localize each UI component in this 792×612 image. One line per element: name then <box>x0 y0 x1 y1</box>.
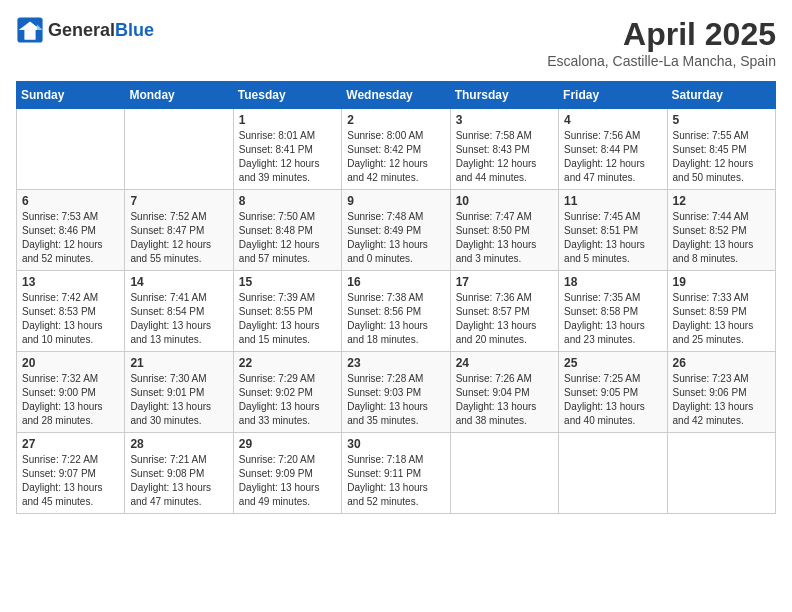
calendar-cell: 12Sunrise: 7:44 AM Sunset: 8:52 PM Dayli… <box>667 190 775 271</box>
calendar-cell: 20Sunrise: 7:32 AM Sunset: 9:00 PM Dayli… <box>17 352 125 433</box>
day-info: Sunrise: 7:18 AM Sunset: 9:11 PM Dayligh… <box>347 453 444 509</box>
calendar-table: SundayMondayTuesdayWednesdayThursdayFrid… <box>16 81 776 514</box>
calendar-week-row: 13Sunrise: 7:42 AM Sunset: 8:53 PM Dayli… <box>17 271 776 352</box>
calendar-cell <box>17 109 125 190</box>
day-number: 20 <box>22 356 119 370</box>
day-info: Sunrise: 7:44 AM Sunset: 8:52 PM Dayligh… <box>673 210 770 266</box>
calendar-cell: 7Sunrise: 7:52 AM Sunset: 8:47 PM Daylig… <box>125 190 233 271</box>
day-info: Sunrise: 7:22 AM Sunset: 9:07 PM Dayligh… <box>22 453 119 509</box>
calendar-week-row: 27Sunrise: 7:22 AM Sunset: 9:07 PM Dayli… <box>17 433 776 514</box>
location-title: Escalona, Castille-La Mancha, Spain <box>547 53 776 69</box>
day-info: Sunrise: 7:21 AM Sunset: 9:08 PM Dayligh… <box>130 453 227 509</box>
weekday-header: Friday <box>559 82 667 109</box>
day-number: 3 <box>456 113 553 127</box>
calendar-week-row: 20Sunrise: 7:32 AM Sunset: 9:00 PM Dayli… <box>17 352 776 433</box>
day-info: Sunrise: 7:35 AM Sunset: 8:58 PM Dayligh… <box>564 291 661 347</box>
calendar-cell: 29Sunrise: 7:20 AM Sunset: 9:09 PM Dayli… <box>233 433 341 514</box>
calendar-cell: 4Sunrise: 7:56 AM Sunset: 8:44 PM Daylig… <box>559 109 667 190</box>
day-number: 4 <box>564 113 661 127</box>
day-number: 19 <box>673 275 770 289</box>
day-number: 27 <box>22 437 119 451</box>
day-number: 11 <box>564 194 661 208</box>
calendar-cell: 11Sunrise: 7:45 AM Sunset: 8:51 PM Dayli… <box>559 190 667 271</box>
weekday-header-row: SundayMondayTuesdayWednesdayThursdayFrid… <box>17 82 776 109</box>
day-info: Sunrise: 7:39 AM Sunset: 8:55 PM Dayligh… <box>239 291 336 347</box>
calendar-cell <box>450 433 558 514</box>
logo-icon <box>16 16 44 44</box>
day-number: 23 <box>347 356 444 370</box>
day-number: 10 <box>456 194 553 208</box>
calendar-cell: 1Sunrise: 8:01 AM Sunset: 8:41 PM Daylig… <box>233 109 341 190</box>
calendar-cell: 24Sunrise: 7:26 AM Sunset: 9:04 PM Dayli… <box>450 352 558 433</box>
day-info: Sunrise: 7:25 AM Sunset: 9:05 PM Dayligh… <box>564 372 661 428</box>
weekday-header: Saturday <box>667 82 775 109</box>
day-info: Sunrise: 7:56 AM Sunset: 8:44 PM Dayligh… <box>564 129 661 185</box>
calendar-cell: 26Sunrise: 7:23 AM Sunset: 9:06 PM Dayli… <box>667 352 775 433</box>
day-info: Sunrise: 7:33 AM Sunset: 8:59 PM Dayligh… <box>673 291 770 347</box>
day-info: Sunrise: 7:20 AM Sunset: 9:09 PM Dayligh… <box>239 453 336 509</box>
calendar-cell: 9Sunrise: 7:48 AM Sunset: 8:49 PM Daylig… <box>342 190 450 271</box>
day-info: Sunrise: 8:00 AM Sunset: 8:42 PM Dayligh… <box>347 129 444 185</box>
day-number: 2 <box>347 113 444 127</box>
day-info: Sunrise: 7:36 AM Sunset: 8:57 PM Dayligh… <box>456 291 553 347</box>
weekday-header: Tuesday <box>233 82 341 109</box>
day-info: Sunrise: 7:41 AM Sunset: 8:54 PM Dayligh… <box>130 291 227 347</box>
day-info: Sunrise: 7:42 AM Sunset: 8:53 PM Dayligh… <box>22 291 119 347</box>
day-number: 21 <box>130 356 227 370</box>
day-number: 8 <box>239 194 336 208</box>
day-info: Sunrise: 7:32 AM Sunset: 9:00 PM Dayligh… <box>22 372 119 428</box>
day-info: Sunrise: 7:23 AM Sunset: 9:06 PM Dayligh… <box>673 372 770 428</box>
day-number: 17 <box>456 275 553 289</box>
weekday-header: Monday <box>125 82 233 109</box>
calendar-cell: 8Sunrise: 7:50 AM Sunset: 8:48 PM Daylig… <box>233 190 341 271</box>
calendar-cell: 18Sunrise: 7:35 AM Sunset: 8:58 PM Dayli… <box>559 271 667 352</box>
calendar-cell: 25Sunrise: 7:25 AM Sunset: 9:05 PM Dayli… <box>559 352 667 433</box>
day-number: 30 <box>347 437 444 451</box>
day-info: Sunrise: 7:53 AM Sunset: 8:46 PM Dayligh… <box>22 210 119 266</box>
calendar-cell: 10Sunrise: 7:47 AM Sunset: 8:50 PM Dayli… <box>450 190 558 271</box>
day-number: 14 <box>130 275 227 289</box>
day-number: 5 <box>673 113 770 127</box>
calendar-cell: 16Sunrise: 7:38 AM Sunset: 8:56 PM Dayli… <box>342 271 450 352</box>
calendar-cell: 15Sunrise: 7:39 AM Sunset: 8:55 PM Dayli… <box>233 271 341 352</box>
day-info: Sunrise: 7:55 AM Sunset: 8:45 PM Dayligh… <box>673 129 770 185</box>
month-title: April 2025 <box>547 16 776 53</box>
day-number: 24 <box>456 356 553 370</box>
calendar-week-row: 6Sunrise: 7:53 AM Sunset: 8:46 PM Daylig… <box>17 190 776 271</box>
calendar-cell: 3Sunrise: 7:58 AM Sunset: 8:43 PM Daylig… <box>450 109 558 190</box>
day-info: Sunrise: 7:47 AM Sunset: 8:50 PM Dayligh… <box>456 210 553 266</box>
calendar-cell: 27Sunrise: 7:22 AM Sunset: 9:07 PM Dayli… <box>17 433 125 514</box>
day-number: 6 <box>22 194 119 208</box>
day-info: Sunrise: 7:38 AM Sunset: 8:56 PM Dayligh… <box>347 291 444 347</box>
calendar-cell <box>667 433 775 514</box>
calendar-cell: 22Sunrise: 7:29 AM Sunset: 9:02 PM Dayli… <box>233 352 341 433</box>
calendar-week-row: 1Sunrise: 8:01 AM Sunset: 8:41 PM Daylig… <box>17 109 776 190</box>
calendar-cell: 6Sunrise: 7:53 AM Sunset: 8:46 PM Daylig… <box>17 190 125 271</box>
day-info: Sunrise: 7:26 AM Sunset: 9:04 PM Dayligh… <box>456 372 553 428</box>
weekday-header: Thursday <box>450 82 558 109</box>
day-number: 7 <box>130 194 227 208</box>
day-number: 18 <box>564 275 661 289</box>
calendar-cell: 19Sunrise: 7:33 AM Sunset: 8:59 PM Dayli… <box>667 271 775 352</box>
day-number: 22 <box>239 356 336 370</box>
day-number: 9 <box>347 194 444 208</box>
day-number: 13 <box>22 275 119 289</box>
weekday-header: Wednesday <box>342 82 450 109</box>
calendar-cell: 2Sunrise: 8:00 AM Sunset: 8:42 PM Daylig… <box>342 109 450 190</box>
day-info: Sunrise: 7:52 AM Sunset: 8:47 PM Dayligh… <box>130 210 227 266</box>
day-number: 15 <box>239 275 336 289</box>
calendar-cell: 17Sunrise: 7:36 AM Sunset: 8:57 PM Dayli… <box>450 271 558 352</box>
day-number: 1 <box>239 113 336 127</box>
day-info: Sunrise: 7:30 AM Sunset: 9:01 PM Dayligh… <box>130 372 227 428</box>
calendar-cell: 13Sunrise: 7:42 AM Sunset: 8:53 PM Dayli… <box>17 271 125 352</box>
day-info: Sunrise: 7:58 AM Sunset: 8:43 PM Dayligh… <box>456 129 553 185</box>
day-info: Sunrise: 7:29 AM Sunset: 9:02 PM Dayligh… <box>239 372 336 428</box>
day-info: Sunrise: 7:50 AM Sunset: 8:48 PM Dayligh… <box>239 210 336 266</box>
title-block: April 2025 Escalona, Castille-La Mancha,… <box>547 16 776 69</box>
page-header: General Blue April 2025 Escalona, Castil… <box>16 16 776 69</box>
day-number: 26 <box>673 356 770 370</box>
logo: General Blue <box>16 16 154 44</box>
calendar-cell: 23Sunrise: 7:28 AM Sunset: 9:03 PM Dayli… <box>342 352 450 433</box>
logo-wordmark: General Blue <box>48 20 154 41</box>
logo-general: General <box>48 20 115 41</box>
